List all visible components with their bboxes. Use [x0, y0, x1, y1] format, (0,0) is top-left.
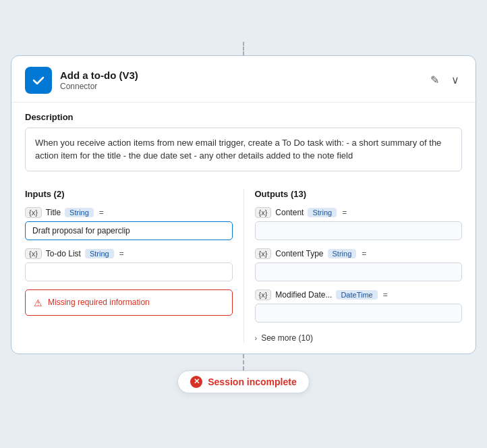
output-content-type-type-badge: String: [328, 249, 357, 258]
output-field-content-type: {x} Content Type String =: [255, 248, 463, 281]
panel-divider: [244, 189, 244, 343]
output-content-type-equals: =: [362, 249, 366, 258]
connector-line-bottom: [243, 354, 244, 370]
input-title-equals: =: [99, 208, 104, 217]
input-todolist-type-badge: String: [85, 249, 114, 258]
session-error-icon: ✕: [190, 376, 202, 388]
card-title: Add a to-do (V3): [60, 69, 138, 81]
output-modified-date-label: Modified Date...: [275, 290, 332, 300]
connector-line-top: [243, 42, 244, 55]
input-todolist-equals: =: [119, 249, 124, 258]
io-section: Inputs (2) {x} Title String = {x} To-: [11, 181, 476, 354]
action-card: Add a to-do (V3) Connector ✎ ∨ Descripti…: [11, 55, 476, 354]
input-title-field[interactable]: [25, 221, 233, 240]
header-left: Add a to-do (V3) Connector: [25, 67, 138, 94]
edit-button[interactable]: ✎: [428, 71, 442, 89]
output-content-label-row: {x} Content String =: [255, 207, 463, 218]
session-incomplete-badge: ✕ Session incomplete: [177, 370, 309, 393]
see-more-button[interactable]: › See more (10): [255, 331, 313, 343]
header-titles: Add a to-do (V3) Connector: [60, 69, 138, 91]
output-content-type-var-badge: {x}: [255, 248, 272, 259]
output-field-content: {x} Content String =: [255, 207, 463, 240]
page-wrapper: Add a to-do (V3) Connector ✎ ∨ Descripti…: [0, 28, 487, 420]
collapse-button[interactable]: ∨: [449, 71, 462, 89]
input-title-label: Title: [46, 208, 61, 217]
input-todolist-var-badge: {x}: [25, 248, 42, 259]
outputs-heading: Outputs (13): [255, 189, 463, 199]
output-field-modified-date: {x} Modified Date... DateTime =: [255, 289, 463, 323]
output-content-label: Content: [275, 208, 304, 217]
see-more-label: See more (10): [261, 333, 313, 343]
inputs-panel: Inputs (2) {x} Title String = {x} To-: [25, 189, 233, 343]
chevron-down-icon: ∨: [451, 74, 459, 86]
edit-icon: ✎: [430, 74, 439, 86]
output-modified-date-label-row: {x} Modified Date... DateTime =: [255, 289, 463, 300]
input-todolist-label: To-do List: [46, 249, 81, 258]
input-todolist-label-row: {x} To-do List String =: [25, 248, 233, 259]
output-modified-date-var-badge: {x}: [255, 289, 272, 300]
output-content-type-label-row: {x} Content Type String =: [255, 248, 463, 259]
session-incomplete-text: Session incomplete: [208, 376, 296, 387]
description-heading: Description: [25, 112, 462, 122]
input-field-title: {x} Title String =: [25, 207, 233, 240]
outputs-panel: Outputs (13) {x} Content String = {x}: [255, 189, 463, 343]
error-message: Missing required information: [48, 297, 150, 308]
description-text: When you receive action items from new e…: [35, 138, 441, 161]
output-content-type-field[interactable]: [255, 262, 463, 281]
description-box: When you receive action items from new e…: [25, 128, 462, 171]
output-modified-date-equals: =: [383, 290, 388, 300]
input-field-todolist: {x} To-do List String =: [25, 248, 233, 281]
app-icon: [25, 67, 52, 94]
header-actions: ✎ ∨: [428, 71, 462, 89]
output-content-type-badge: String: [308, 208, 337, 217]
warning-icon: ⚠: [34, 298, 42, 308]
output-content-var-badge: {x}: [255, 207, 272, 218]
card-subtitle: Connector: [60, 82, 97, 91]
output-content-equals: =: [342, 208, 347, 217]
output-modified-date-type-badge: DateTime: [336, 290, 377, 300]
input-title-label-row: {x} Title String =: [25, 207, 233, 218]
input-title-var-badge: {x}: [25, 207, 42, 218]
error-box: ⚠ Missing required information: [25, 289, 233, 316]
output-content-type-label: Content Type: [275, 249, 323, 258]
input-todolist-field[interactable]: [25, 262, 233, 281]
output-content-field[interactable]: [255, 221, 463, 240]
description-section: Description When you receive action item…: [11, 103, 476, 181]
card-header: Add a to-do (V3) Connector ✎ ∨: [11, 56, 476, 103]
checkmark-icon: [31, 73, 46, 88]
inputs-heading: Inputs (2): [25, 189, 233, 199]
output-modified-date-field[interactable]: [255, 304, 463, 323]
input-title-type-badge: String: [65, 208, 94, 217]
chevron-right-icon: ›: [255, 334, 258, 342]
